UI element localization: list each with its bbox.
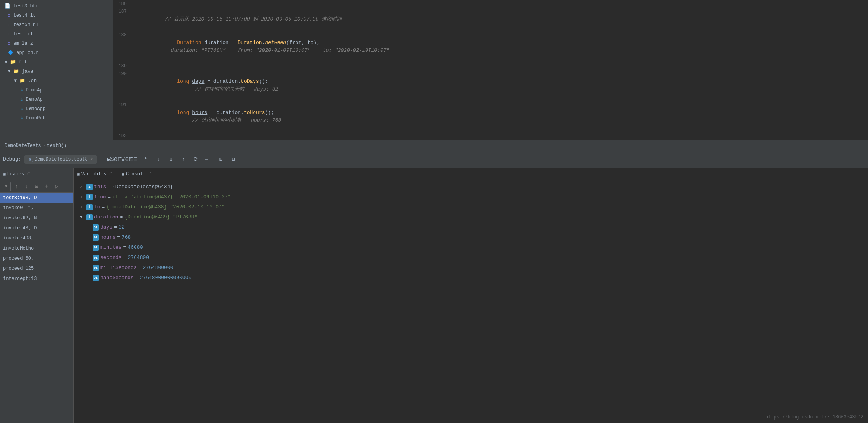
code-line-186: 186 bbox=[113, 0, 868, 8]
var-val-milliseconds: 2764800000 bbox=[143, 264, 173, 272]
line-number: 192 bbox=[113, 132, 131, 140]
console-tab[interactable]: ▣ Console →* bbox=[122, 171, 152, 177]
var-val-nanoseconds: 27648000000000000 bbox=[140, 274, 192, 282]
evaluate-button[interactable]: →| bbox=[203, 154, 214, 165]
step-into-button[interactable]: ↓ bbox=[153, 154, 164, 165]
var-name-minutes: minutes bbox=[100, 244, 122, 252]
file-tree-item[interactable]: ◻ test4 it bbox=[0, 11, 113, 20]
code-content: // 表示从 2020-09-05 10:07:00 到 2020-09-05 … bbox=[131, 8, 868, 31]
frames-add-btn[interactable]: + bbox=[42, 182, 51, 191]
expand-arrow-this[interactable]: ▷ bbox=[80, 183, 85, 191]
var-name-nanoseconds: nanoSeconds bbox=[100, 274, 134, 282]
code-line-191: 191 long hours = duration.toHours(); // … bbox=[113, 101, 868, 132]
file-tree-item[interactable]: ◻ test5h nl bbox=[0, 20, 113, 30]
frames-tab[interactable]: ▣ Frames →* bbox=[3, 171, 30, 177]
var-item-duration[interactable]: ▼ i duration = {Duration@6439} "PT768H" bbox=[74, 212, 868, 222]
mute-button[interactable]: ≡≡ bbox=[128, 154, 139, 165]
var-item-minutes[interactable]: 01 minutes = 46080 bbox=[74, 243, 868, 253]
file-tree-item[interactable]: ☕ DemoPubl bbox=[0, 114, 113, 123]
var-item-from[interactable]: ▷ i from = {LocalDateTime@6437} "2020-01… bbox=[74, 192, 868, 202]
frame-item-invoke62[interactable]: invoke:62, N bbox=[0, 213, 74, 223]
expand-arrow-duration[interactable]: ▼ bbox=[80, 213, 85, 221]
file-tree-item[interactable]: ▼ 📁 java bbox=[0, 67, 113, 76]
debug-tab[interactable]: ▣ DemoDateTests.test8 × bbox=[24, 155, 97, 164]
frame-item-test8[interactable]: test8:198, D bbox=[0, 193, 74, 203]
var-name-to: to bbox=[94, 203, 100, 211]
frames-panel-header: ▣ Frames →* bbox=[0, 168, 74, 180]
var-item-nanoseconds[interactable]: 01 nanoSeconds = 27648000000000000 bbox=[74, 273, 868, 283]
file-tree-item[interactable]: ☕ DemoApp bbox=[0, 104, 113, 114]
var-item-milliseconds[interactable]: 01 milliSeconds = 2764800000 bbox=[74, 263, 868, 273]
expand-arrow-from[interactable]: ▷ bbox=[80, 193, 85, 201]
var-item-hours[interactable]: 01 hours = 768 bbox=[74, 232, 868, 243]
line-number: 187 bbox=[113, 8, 131, 31]
frame-item-proceed60[interactable]: proceed:60, bbox=[0, 253, 74, 264]
var-item-to[interactable]: ▷ i to = {LocalDateTime@6438} "2020-02-1… bbox=[74, 202, 868, 212]
var-eq-to: = bbox=[102, 203, 105, 211]
debug-toolbar: Debug: ▣ DemoDateTests.test8 × ▶ Server … bbox=[0, 151, 868, 168]
line-number: 186 bbox=[113, 0, 131, 8]
file-tree-item[interactable]: ☕ D mcAp bbox=[0, 86, 113, 95]
frames-dropdown[interactable]: ▼ bbox=[2, 182, 11, 191]
frames-down-btn[interactable]: ↓ bbox=[22, 182, 31, 191]
step-out-button[interactable]: ↑ bbox=[178, 154, 189, 165]
file-tree-item[interactable]: 🔷 app on.n bbox=[0, 48, 113, 58]
frames-expand-btn[interactable]: ▷ bbox=[52, 182, 61, 191]
breadcrumb-bar: DemoDateTests › test8() bbox=[0, 140, 868, 151]
code-content: long days = duration.toDays(); // 这段时间的总… bbox=[131, 70, 868, 101]
var-val-to: {LocalDateTime@6438} "2020-02-10T10:07" bbox=[106, 203, 224, 211]
frame-item-invoke0[interactable]: invoke0:-1, bbox=[0, 203, 74, 213]
file-tree-item[interactable]: ▼ 📁 .on bbox=[0, 76, 113, 86]
frame-item-invoke498[interactable]: invoke:498, bbox=[0, 233, 74, 243]
file-tree-item[interactable]: ☕ DemoAp bbox=[0, 95, 113, 104]
var-icon-seconds: 01 bbox=[93, 255, 99, 261]
var-val-seconds: 2764800 bbox=[128, 254, 149, 262]
expand-arrow-to[interactable]: ▷ bbox=[80, 203, 85, 211]
var-item-seconds[interactable]: 01 seconds = 2764800 bbox=[74, 253, 868, 263]
var-eq-hours: = bbox=[117, 234, 120, 241]
code-content bbox=[131, 62, 868, 70]
var-icon-hours: 01 bbox=[93, 234, 99, 241]
frames-arrow: →* bbox=[26, 172, 30, 176]
frames-up-btn[interactable]: ↑ bbox=[12, 182, 21, 191]
code-content: long hours = duration.toHours(); // 这段时间… bbox=[131, 101, 868, 132]
var-item-this[interactable]: ▷ i this = {DemoDateTests@6434} bbox=[74, 182, 868, 192]
debug-tab-close[interactable]: × bbox=[91, 157, 94, 162]
var-val-duration: {Duration@6439} "PT768H" bbox=[124, 213, 197, 221]
var-icon-to: i bbox=[86, 204, 93, 210]
var-eq-days: = bbox=[114, 224, 117, 231]
toolbar-separator bbox=[100, 156, 100, 163]
file-tree-item[interactable]: ▼ 📁 f t bbox=[0, 58, 113, 67]
trace-current-button[interactable]: ⊞ bbox=[215, 154, 226, 165]
line-number: 191 bbox=[113, 101, 131, 132]
server-label[interactable]: Server bbox=[116, 154, 127, 165]
frame-item-intercept13[interactable]: intercept:13 bbox=[0, 274, 74, 284]
frame-item-invoke43[interactable]: invoke:43, D bbox=[0, 223, 74, 233]
debug-panels: ▣ Frames →* ▼ ↑ ↓ ⊟ + ▷ test8:198, D inv… bbox=[0, 168, 868, 423]
var-eq-this: = bbox=[108, 183, 111, 191]
variables-tab[interactable]: ▣ Variables →* bbox=[77, 171, 112, 177]
file-tree-item[interactable]: 📄 test3.html bbox=[0, 2, 113, 11]
debug-tab-name: DemoDateTests.test8 bbox=[35, 157, 88, 162]
run-to-cursor-button[interactable]: ⟳ bbox=[191, 154, 201, 165]
line-number: 188 bbox=[113, 31, 131, 62]
variables-panel-tabs: ▣ Variables →* | ▣ Console →* bbox=[74, 168, 868, 180]
frames-label: Frames bbox=[7, 171, 24, 177]
frame-item-invokeMetho[interactable]: invokeMetho bbox=[0, 243, 74, 253]
frame-item-proceed125[interactable]: proceed:125 bbox=[0, 264, 74, 274]
var-val-from: {LocalDateTime@6437} "2020-01-09T10:07" bbox=[112, 193, 231, 201]
code-content: Duration duration = Duration.between(fro… bbox=[131, 31, 868, 62]
file-tree-item[interactable]: ◻ em la z bbox=[0, 39, 113, 48]
file-tree-item[interactable]: ◻ test ml bbox=[0, 30, 113, 39]
step-over-button[interactable]: ↰ bbox=[141, 154, 152, 165]
debug-label: Debug: bbox=[3, 156, 21, 162]
var-icon-duration: i bbox=[86, 214, 93, 220]
var-name-this: this bbox=[94, 183, 106, 191]
settings-button[interactable]: ⊟ bbox=[228, 154, 239, 165]
frames-filter-btn[interactable]: ⊟ bbox=[32, 182, 41, 191]
breadcrumb-separator: › bbox=[43, 143, 46, 149]
var-item-days[interactable]: 01 days = 32 bbox=[74, 222, 868, 232]
var-eq-duration: = bbox=[120, 213, 123, 221]
force-step-into-button[interactable]: ⇓ bbox=[166, 154, 177, 165]
var-val-days: 32 bbox=[119, 224, 125, 231]
